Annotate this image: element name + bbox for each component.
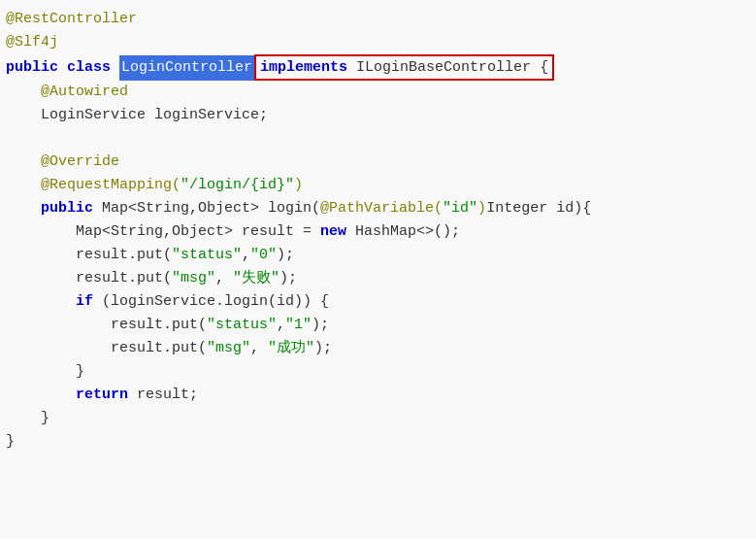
keyword-class: class: [67, 56, 119, 80]
comma-1: ,: [242, 244, 250, 267]
line-close-method: }: [0, 407, 756, 430]
string-id: "id": [443, 197, 477, 220]
method-return-type: Map<String,Object> login(: [102, 197, 320, 220]
line-if-login: if (loginService.login(id)) {: [0, 290, 756, 314]
line-put-status-1: result.put("status","1");: [0, 314, 756, 337]
keyword-if: if: [76, 290, 102, 314]
annotation-rest-controller: @RestController: [6, 8, 137, 31]
string-status-key: "status": [207, 314, 277, 337]
line-put-msg-success: result.put("msg" , "成功");: [0, 337, 756, 360]
comma-3: ,: [277, 314, 285, 337]
annotation-request-mapping: @RequestMapping(: [41, 174, 181, 197]
line-override: @Override: [0, 151, 756, 174]
keyword-public-method: public: [41, 197, 102, 220]
close-1: );: [277, 244, 294, 267]
annotation-override: @Override: [41, 151, 119, 174]
code-editor: @RestController @Slf4j public class Logi…: [0, 0, 756, 539]
line-class-declaration: public class LoginController implements …: [0, 54, 756, 81]
if-condition: (loginService.login(id)) {: [102, 290, 329, 314]
class-name-highlight: LoginController: [119, 55, 254, 81]
string-login-id: "/login/{id}": [181, 174, 294, 197]
open-brace: {: [531, 59, 548, 76]
line-method-signature: public Map<String,Object> login(@PathVar…: [0, 197, 756, 220]
keyword-return: return: [76, 384, 137, 407]
string-success: "成功": [268, 337, 314, 360]
close-brace-if: }: [76, 360, 84, 384]
annotation-path-variable: @PathVariable(: [320, 197, 443, 220]
result-put-2: result.put(: [76, 267, 172, 290]
result-put-1: result.put(: [76, 244, 172, 267]
line-map-new: Map<String,Object> result = new HashMap<…: [0, 220, 756, 244]
string-status: "status": [172, 244, 242, 267]
string-zero: "0": [250, 244, 277, 267]
line-service-field: LoginService loginService;: [0, 104, 756, 127]
result-put-4: result.put(: [111, 337, 207, 360]
keyword-new: new: [320, 220, 355, 244]
annotation-path-variable-close: ): [477, 197, 486, 220]
line-close-class: }: [0, 430, 756, 454]
annotation-slf4j: @Slf4j: [6, 31, 58, 54]
string-fail: "失败": [233, 267, 279, 290]
close-brace-class: }: [6, 430, 15, 454]
close-brace-method: }: [41, 407, 49, 430]
string-one: "1": [285, 314, 312, 337]
line-put-msg-fail: result.put("msg" , "失败");: [0, 267, 756, 290]
implements-box: implements ILoginBaseController {: [254, 54, 554, 81]
comma-4: ,: [250, 337, 268, 360]
line-blank-1: [0, 127, 756, 151]
annotation-autowired: @Autowired: [41, 81, 128, 104]
map-new-text: Map<String,Object> result =: [76, 220, 320, 244]
keyword-public: public: [6, 56, 67, 80]
line-close-if: }: [0, 360, 756, 384]
string-msg: "msg": [172, 267, 215, 290]
close-2: );: [279, 267, 297, 290]
line-slf4j: @Slf4j: [0, 31, 756, 54]
close-3: );: [312, 314, 329, 337]
line-put-status-0: result.put("status","0");: [0, 244, 756, 267]
annotation-close-paren: ): [294, 174, 303, 197]
method-param: Integer id){: [486, 197, 591, 220]
service-field-text: LoginService loginService;: [41, 104, 268, 127]
line-rest-controller: @RestController: [0, 8, 756, 31]
interface-name: ILoginBaseController: [356, 59, 531, 76]
line-autowired: @Autowired: [0, 81, 756, 104]
close-4: );: [314, 337, 332, 360]
result-put-3: result.put(: [111, 314, 207, 337]
line-return: return result;: [0, 384, 756, 407]
line-request-mapping: @RequestMapping("/login/{id}"): [0, 174, 756, 197]
comma-2: ,: [215, 267, 233, 290]
hashmap-constructor: HashMap<>();: [355, 220, 460, 244]
keyword-implements: implements: [260, 59, 356, 76]
string-msg-key: "msg": [207, 337, 250, 360]
return-result-text: result;: [137, 384, 198, 407]
